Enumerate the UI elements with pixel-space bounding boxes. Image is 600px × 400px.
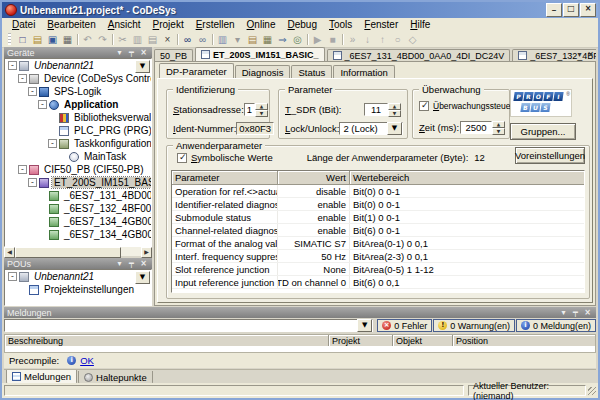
maximize-button[interactable] — [563, 3, 579, 17]
menu-item[interactable]: Erstellen — [190, 19, 241, 30]
panel-close-icon[interactable] — [138, 48, 149, 57]
library-icon[interactable]: ▥ — [215, 32, 230, 46]
tsdr-input[interactable]: 11 — [364, 103, 388, 116]
expand-toggle-icon[interactable]: - — [38, 100, 47, 109]
undo-icon[interactable]: ↶ — [80, 32, 95, 46]
menu-item[interactable]: Ansicht — [102, 19, 147, 30]
zeit-stepper[interactable] — [492, 121, 505, 134]
parameter-table-row[interactable]: Submodule status enable Bit(1) 0 0-1 — [172, 211, 584, 224]
editor-tab[interactable]: _6ES7_131_4BD00_0AA0_4DI_DC24V — [327, 49, 511, 61]
menu-item[interactable]: Bearbeiten — [41, 19, 101, 30]
message-count-badge[interactable]: 0 Warnung(en) — [433, 319, 515, 332]
tab-list-dropdown-icon[interactable]: ▾ — [574, 49, 585, 60]
cut-icon[interactable]: ✂ — [115, 32, 130, 46]
voreinstellungen-button[interactable]: Voreinstellungen — [515, 147, 585, 164]
panel-pin-icon[interactable] — [126, 259, 137, 268]
close-button[interactable] — [580, 3, 596, 17]
station-address-input[interactable]: 1 — [244, 103, 255, 116]
editor-tab[interactable]: 50_PB — [154, 49, 193, 61]
parameter-table-row[interactable]: Format of the analog values SIMATIC S7 B… — [172, 237, 584, 250]
device-tree-item[interactable]: - Device (CoDeSys Control Win V3) — [5, 72, 151, 85]
horizontal-scrollbar[interactable]: ◀ ▶ — [4, 247, 152, 256]
step-out-icon[interactable]: ↑ — [375, 32, 390, 46]
device-tree-item[interactable]: - ET_200S_IM151_BASIC_ (ET 20 — [5, 176, 151, 189]
clean-icon[interactable]: ▦ — [260, 32, 275, 46]
parameter-table-row[interactable]: Identifier-related diagnostics enable Bi… — [172, 198, 584, 211]
expand-toggle-icon[interactable]: - — [48, 139, 57, 148]
expand-toggle-icon[interactable]: - — [18, 165, 27, 174]
device-tree-item[interactable]: - SPS-Logik — [5, 85, 151, 98]
lock-unlock-select[interactable]: 2 (Lock) — [339, 122, 403, 135]
login-icon[interactable]: ⇒ — [275, 32, 290, 46]
run-icon[interactable]: ▶ — [310, 32, 325, 46]
dp-editor-tab[interactable]: Status — [291, 65, 332, 78]
column-header[interactable]: Wertebereich — [350, 171, 584, 184]
pou-tree-item[interactable]: - Unbenannt21 — [5, 270, 151, 283]
redo-icon[interactable]: ↷ — [95, 32, 110, 46]
editor-tab[interactable]: ET_200S_IM151_BASIC_ — [195, 47, 325, 61]
panel-pin-icon[interactable] — [570, 308, 581, 317]
symbolic-values-checkbox[interactable] — [177, 153, 187, 163]
menu-item[interactable]: Fenster — [358, 19, 404, 30]
menu-item[interactable]: Hilfe — [404, 19, 436, 30]
tsdr-stepper[interactable] — [388, 103, 401, 116]
device-tree-item[interactable]: _6ES7_132_4BF00_0AA0_8 — [5, 202, 151, 215]
panel-menu-icon[interactable] — [114, 259, 125, 268]
paste-icon[interactable]: ▤ — [145, 32, 160, 46]
tab-close-icon[interactable]: ✕ — [585, 49, 596, 60]
expand-toggle-icon[interactable]: - — [18, 74, 27, 83]
expand-toggle-icon[interactable]: - — [8, 272, 17, 281]
dropdown-arrow-icon[interactable] — [357, 319, 372, 332]
dp-editor-tab[interactable]: DP-Parameter — [159, 63, 234, 78]
pous-panel-header[interactable]: POUs — [4, 258, 152, 269]
device-tree-item[interactable]: - Application — [5, 98, 151, 111]
tree-dropdown-button[interactable] — [135, 271, 150, 284]
expand-toggle-icon[interactable]: - — [8, 61, 17, 70]
menu-item[interactable]: Online — [241, 19, 282, 30]
resize-grip[interactable] — [588, 387, 596, 395]
reset-icon[interactable]: ○ — [390, 32, 405, 46]
find-icon[interactable]: ∞ — [180, 32, 195, 46]
panel-pin-icon[interactable] — [126, 48, 137, 57]
message-category-select[interactable] — [4, 319, 373, 332]
online-config-icon[interactable]: ◎ — [290, 32, 305, 46]
device-tree-item[interactable]: _6ES7_134_4GB00_0AB0_2 — [5, 228, 151, 241]
tree-dropdown-button[interactable] — [135, 60, 150, 73]
parameter-table-row[interactable]: Operation for ref.<>actual conf. disable… — [172, 185, 584, 198]
print-icon[interactable]: ▦ — [60, 32, 75, 46]
single-cycle-icon[interactable]: ◇ — [405, 32, 420, 46]
message-count-badge[interactable]: 0 Fehler — [377, 319, 432, 332]
devices-panel-header[interactable]: Geräte — [4, 47, 152, 58]
parameter-table-row[interactable]: Channel-related diagnostics enable Bit(6… — [172, 224, 584, 237]
insert-dropdown-icon[interactable]: ▾ — [230, 32, 245, 46]
scroll-left-icon[interactable]: ◀ — [4, 247, 15, 258]
column-header[interactable]: Wert — [278, 171, 350, 184]
messages-panel-header[interactable]: Meldungen — [4, 307, 596, 318]
gruppen-button[interactable]: Gruppen... — [510, 123, 576, 140]
stop-icon[interactable]: ■ — [325, 32, 340, 46]
scroll-right-icon[interactable]: ▶ — [141, 247, 152, 258]
menu-item[interactable]: Projekt — [147, 19, 190, 30]
find-replace-icon[interactable]: ∞ — [195, 32, 210, 46]
dp-editor-tab[interactable]: Information — [333, 65, 395, 78]
device-tree-item[interactable]: _6ES7_134_4GB00_0AB0_2 — [5, 215, 151, 228]
device-tree-item[interactable]: - Taskkonfiguration — [5, 137, 151, 150]
panel-close-icon[interactable] — [138, 259, 149, 268]
delete-icon[interactable]: × — [160, 32, 175, 46]
dp-editor-tab[interactable]: Diagnosis — [235, 65, 291, 78]
menu-item[interactable]: Datei — [6, 19, 41, 30]
parameter-table-row[interactable]: Interf. frequency suppression 50 Hz BitA… — [172, 250, 584, 263]
pou-tree-item[interactable]: Projekteinstellungen — [5, 283, 151, 296]
precompile-ok-link[interactable]: OK — [80, 355, 94, 366]
menu-item[interactable]: Debug — [282, 19, 323, 30]
open-project-icon[interactable]: ▤ — [30, 32, 45, 46]
device-tree-item[interactable]: MainTask — [5, 150, 151, 163]
device-tree-item[interactable]: Bibliotheksverwalter — [5, 111, 151, 124]
expand-toggle-icon[interactable]: - — [28, 87, 37, 96]
panel-close-icon[interactable] — [582, 308, 593, 317]
menu-item[interactable]: Tools — [323, 19, 358, 30]
device-tree-item[interactable]: - CIF50_PB (CIF50-PB) — [5, 163, 151, 176]
watchdog-checkbox[interactable] — [419, 101, 429, 111]
build-icon[interactable]: ▤ — [245, 32, 260, 46]
dock-tab[interactable]: Meldungen — [6, 370, 77, 384]
